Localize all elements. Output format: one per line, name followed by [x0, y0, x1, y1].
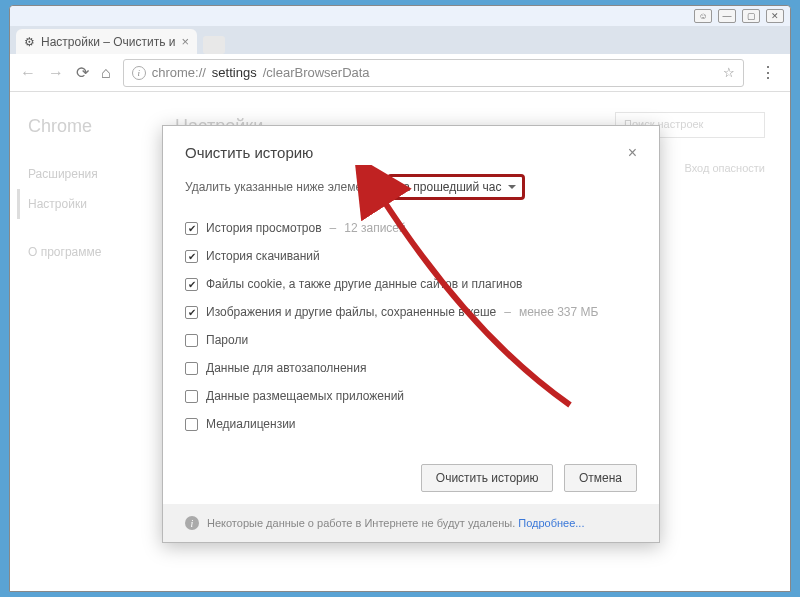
checkbox-label: Медиалицензии — [206, 417, 296, 431]
dialog-prompt: Удалить указанные ниже элементы — [185, 180, 383, 194]
home-icon[interactable]: ⌂ — [101, 64, 111, 82]
reload-icon[interactable]: ⟳ — [76, 63, 89, 82]
checkbox-row: История просмотров – 12 записей — [185, 214, 637, 242]
menu-icon[interactable]: ⋮ — [756, 63, 780, 82]
sidebar-item-extensions[interactable]: Расширения — [28, 159, 175, 189]
checkbox-label: История просмотров — [206, 221, 322, 235]
checkbox-label: Изображения и другие файлы, сохраненные … — [206, 305, 496, 319]
checkbox[interactable] — [185, 418, 198, 431]
checkbox-row: Изображения и другие файлы, сохраненные … — [185, 298, 637, 326]
tab-title: Настройки – Очистить и — [41, 35, 175, 49]
footer-link[interactable]: Подробнее... — [518, 517, 584, 529]
maximize-button[interactable]: ▢ — [742, 9, 760, 23]
checkbox-label: История скачиваний — [206, 249, 320, 263]
checkbox-label: Пароли — [206, 333, 248, 347]
url-host: settings — [212, 65, 257, 80]
sidebar-title: Chrome — [28, 116, 175, 137]
url-scheme: chrome:// — [152, 65, 206, 80]
checkbox[interactable] — [185, 250, 198, 263]
sidebar-item-settings[interactable]: Настройки — [17, 189, 175, 219]
tab-bar: ⚙ Настройки – Очистить и × — [10, 26, 790, 54]
clear-button[interactable]: Очистить историю — [421, 464, 554, 492]
sidebar-item-about[interactable]: О программе — [28, 237, 175, 267]
checkbox-row: Файлы cookie, а также другие данные сайт… — [185, 270, 637, 298]
bookmark-star-icon[interactable]: ☆ — [723, 65, 735, 80]
url-path: /clearBrowserData — [263, 65, 370, 80]
dialog-footer: i Некоторые данные о работе в Интернете … — [163, 504, 659, 542]
time-range-select[interactable]: за прошедший час — [387, 174, 525, 200]
sidebar: Chrome Расширения Настройки О программе — [10, 92, 175, 591]
checkbox[interactable] — [185, 390, 198, 403]
checkbox-label: Данные размещаемых приложений — [206, 389, 404, 403]
new-tab-button[interactable] — [203, 36, 225, 54]
dialog-title: Очистить историю — [185, 144, 313, 161]
checkbox[interactable] — [185, 306, 198, 319]
back-icon: ← — [20, 64, 36, 82]
info-icon: i — [185, 516, 199, 530]
checkbox[interactable] — [185, 222, 198, 235]
checkbox-row: Данные для автозаполнения — [185, 354, 637, 382]
nav-bar: ← → ⟳ ⌂ i chrome://settings/clearBrowser… — [10, 54, 790, 92]
checkbox-row: История скачиваний — [185, 242, 637, 270]
checkbox-row: Данные размещаемых приложений — [185, 382, 637, 410]
checkbox-label: Данные для автозаполнения — [206, 361, 366, 375]
address-bar[interactable]: i chrome://settings/clearBrowserData ☆ — [123, 59, 744, 87]
checkbox[interactable] — [185, 362, 198, 375]
checkbox-label: Файлы cookie, а также другие данные сайт… — [206, 277, 522, 291]
dialog-close-icon[interactable]: × — [628, 144, 637, 162]
close-window-button[interactable]: ✕ — [766, 9, 784, 23]
checkbox-suffix: менее 337 МБ — [519, 305, 598, 319]
footer-text: Некоторые данные о работе в Интернете не… — [207, 517, 515, 529]
titlebar: ☺ — ▢ ✕ — [10, 6, 790, 26]
site-info-icon[interactable]: i — [132, 66, 146, 80]
checkbox[interactable] — [185, 334, 198, 347]
user-button[interactable]: ☺ — [694, 9, 712, 23]
clear-history-dialog: Очистить историю × Удалить указанные ниж… — [162, 125, 660, 543]
forward-icon: → — [48, 64, 64, 82]
tab-settings[interactable]: ⚙ Настройки – Очистить и × — [16, 29, 197, 54]
section-heading: Вход опасности — [684, 162, 765, 174]
checkbox-suffix: 12 записей — [344, 221, 405, 235]
gear-icon: ⚙ — [24, 35, 35, 49]
checkbox[interactable] — [185, 278, 198, 291]
checkbox-row: Пароли — [185, 326, 637, 354]
cancel-button[interactable]: Отмена — [564, 464, 637, 492]
close-tab-icon[interactable]: × — [181, 34, 189, 49]
checkbox-row: Медиалицензии — [185, 410, 637, 438]
minimize-button[interactable]: — — [718, 9, 736, 23]
